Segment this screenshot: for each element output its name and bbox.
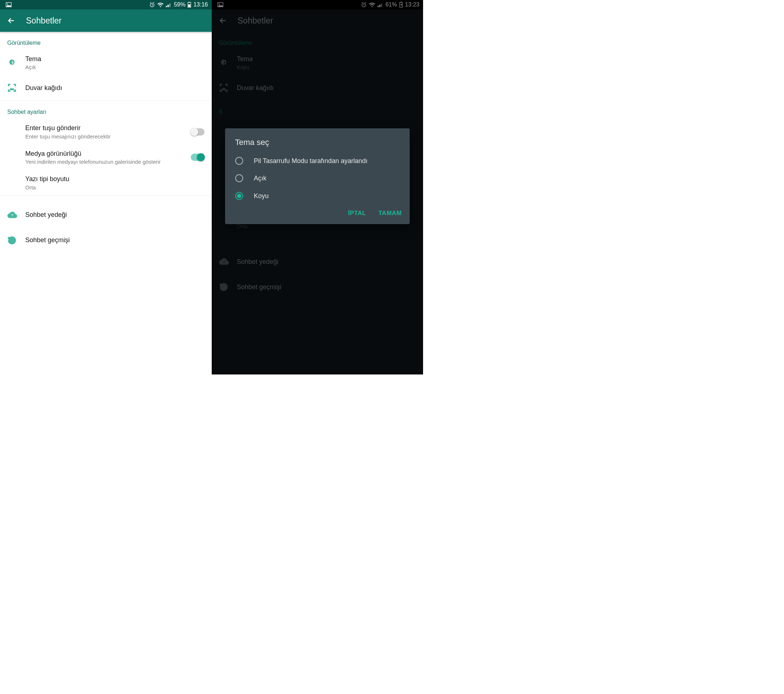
cloud-upload-icon [7,211,25,219]
row-wallpaper[interactable]: Duvar kağıdı [0,75,212,101]
row-history-title: Sohbet geçmişi [25,236,200,244]
battery-percent: 59% [174,2,185,8]
row-theme-title: Tema [25,55,200,63]
status-bar: 59% 13:16 [0,0,212,9]
history-icon [7,236,25,245]
row-media-sub: Yeni indirilen medyayı telefonunuzun gal… [25,159,186,165]
row-wallpaper-title: Duvar kağıdı [25,84,200,92]
switch-enter[interactable] [191,128,204,135]
brightness-icon [7,58,25,67]
row-font-title: Yazı tipi boyutu [25,175,200,183]
row-font-size[interactable]: Yazı tipi boyutu Orta [0,170,212,195]
wifi-icon [157,2,164,7]
option-label: Koyu [254,191,269,200]
row-enter-send[interactable]: Enter tuşu gönderir Enter tuşu mesajınız… [0,119,212,144]
alarm-icon [149,2,155,8]
dialog-actions: İPTAL TAMAM [225,204,410,221]
dialog-title: Tema seç [225,138,410,152]
clock-time: 13:16 [193,2,208,8]
option-dark[interactable]: Koyu [225,187,410,204]
option-battery-saver[interactable]: Pil Tasarrufu Modu tarafından ayarlandı [225,152,410,170]
svg-rect-5 [189,4,191,7]
radio-icon [235,174,243,182]
cancel-button[interactable]: İPTAL [348,209,366,217]
svg-rect-4 [189,2,190,3]
option-label: Açık [254,174,267,183]
row-media-visibility[interactable]: Medya görünürlüğü Yeni indirilen medyayı… [0,145,212,170]
signal-icon [166,2,171,7]
row-backup-title: Sohbet yedeği [25,211,200,219]
image-icon [6,2,12,7]
row-font-value: Orta [25,185,200,191]
row-history[interactable]: Sohbet geçmişi [0,228,212,253]
screenshot-dark: 61% 13:23 Sohbetler Görüntüleme Tema Koy… [212,0,423,374]
switch-media[interactable] [191,153,204,161]
row-enter-title: Enter tuşu gönderir [25,124,186,132]
app-bar: Sohbetler [0,9,212,32]
option-light[interactable]: Açık [225,170,410,187]
option-label: Pil Tasarrufu Modu tarafından ayarlandı [254,157,368,165]
svg-point-1 [7,3,8,5]
screenshot-light: 59% 13:16 Sohbetler Görüntüleme Tema Açı… [0,0,212,374]
radio-icon [235,192,243,200]
page-title: Sohbetler [26,16,61,26]
section-chat: Sohbet ayarları [0,101,212,119]
back-button[interactable] [7,16,15,25]
row-theme-value: Açık [25,64,200,70]
section-display: Görüntüleme [0,32,212,50]
theme-dialog: Tema seç Pil Tasarrufu Modu tarafından a… [225,128,410,224]
row-media-title: Medya görünürlüğü [25,150,186,158]
wallpaper-icon [7,83,25,92]
row-backup[interactable]: Sohbet yedeği [0,203,212,228]
row-enter-sub: Enter tuşu mesajınızı gönderecektir [25,134,186,140]
row-theme[interactable]: Tema Açık [0,50,212,75]
battery-icon [188,2,191,8]
ok-button[interactable]: TAMAM [379,209,402,217]
radio-icon [235,157,243,165]
